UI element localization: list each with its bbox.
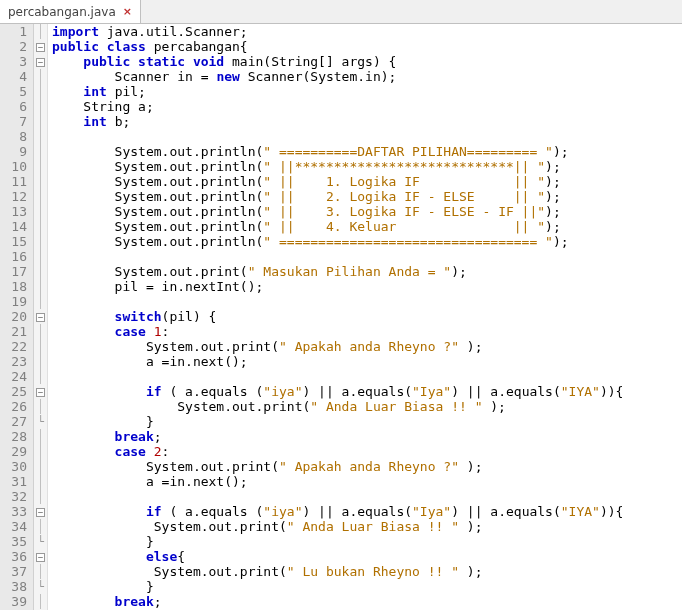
close-icon[interactable]: × xyxy=(121,5,134,18)
file-tab[interactable]: percabangan.java × xyxy=(0,0,141,23)
tab-bar: percabangan.java × xyxy=(0,0,682,24)
code-area[interactable]: import java.util.Scanner;public class pe… xyxy=(48,24,682,610)
tab-title: percabangan.java xyxy=(8,5,116,19)
code-editor[interactable]: 1 2 3 4 5 6 7 8 9 10 11 12 13 14 15 16 1… xyxy=(0,24,682,610)
fold-column: −−−−└−└−└ xyxy=(34,24,48,610)
line-number-gutter: 1 2 3 4 5 6 7 8 9 10 11 12 13 14 15 16 1… xyxy=(0,24,34,610)
